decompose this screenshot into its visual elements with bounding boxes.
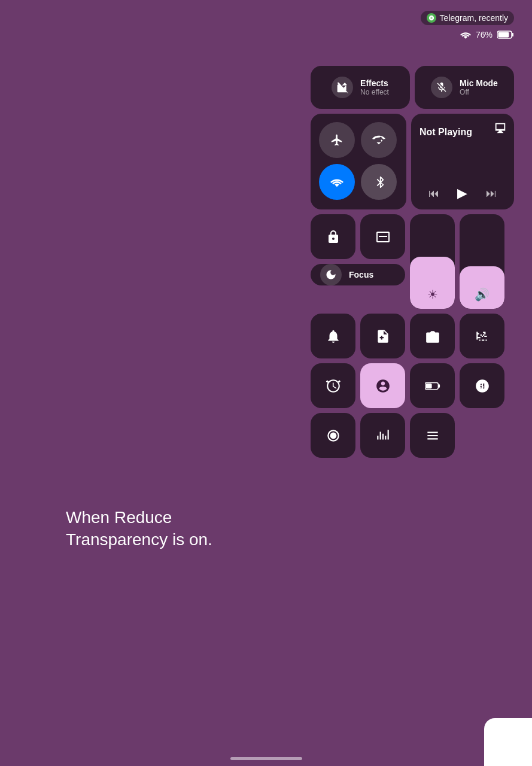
note-add-icon: [375, 329, 391, 344]
mic-mode-subtitle: Off: [460, 88, 498, 96]
rewind-button[interactable]: ⏮: [428, 187, 439, 200]
screen-record-icon: [326, 428, 341, 443]
keynote-icon: [425, 428, 440, 443]
bluetooth-button[interactable]: [361, 164, 397, 200]
low-power-button[interactable]: [410, 363, 455, 408]
camera-button[interactable]: [410, 314, 455, 358]
row-effects-mic: Effects No effect Mic Mode Off: [311, 66, 514, 109]
effects-text: Effects No effect: [360, 78, 389, 96]
telegram-label: Telegram, recently: [440, 13, 508, 23]
shazam-icon: S: [475, 378, 490, 394]
control-center: Effects No effect Mic Mode Off: [311, 66, 514, 458]
battery-icon: [497, 31, 514, 39]
alarm-icon: [326, 378, 341, 394]
screen-record-button[interactable]: [311, 413, 355, 458]
status-icons: 76%: [460, 30, 514, 39]
bell-icon: [326, 329, 341, 344]
play-button[interactable]: ▶: [457, 186, 467, 201]
now-playing-tile[interactable]: Not Playing ⏮ ▶ ⏭: [411, 114, 514, 209]
effects-tile[interactable]: Effects No effect: [311, 66, 410, 109]
screen-mirror-icon: [376, 230, 390, 244]
rotation-lock-button[interactable]: [311, 214, 355, 259]
camera-slash-icon: [336, 81, 348, 93]
row-lock-mirror-sliders: Focus ☀ 🔊: [311, 214, 514, 309]
airplay-icon: [494, 121, 507, 137]
focus-tile[interactable]: Focus: [311, 264, 405, 285]
hotspot-button[interactable]: [361, 122, 397, 158]
fast-forward-button[interactable]: ⏭: [486, 187, 497, 200]
telegram-dot: [427, 13, 436, 23]
row-icons-3: [311, 413, 514, 458]
bottom-text-line1: When Reduce: [66, 507, 212, 528]
wifi-button[interactable]: [319, 164, 355, 200]
volume-icon: 🔊: [475, 287, 490, 302]
bottom-text-line2: Transparency is on.: [66, 529, 212, 551]
shazam-button[interactable]: S: [460, 363, 504, 408]
row-connectivity-nowplaying: Not Playing ⏮ ▶ ⏭: [311, 114, 514, 209]
alarm-button[interactable]: [311, 363, 355, 408]
crescent-moon-icon: [325, 269, 337, 281]
battery-percent: 76%: [476, 30, 493, 39]
wifi-button-icon: [330, 175, 343, 189]
row3-top: [311, 214, 405, 259]
svg-rect-5: [438, 384, 439, 388]
sound-analysis-button[interactable]: [360, 413, 405, 458]
svg-rect-1: [498, 32, 509, 38]
note-button[interactable]: [360, 314, 405, 358]
airplane-icon: [330, 133, 343, 147]
sound-analysis-icon: [375, 428, 391, 443]
svg-rect-4: [425, 383, 431, 388]
svg-point-8: [330, 432, 336, 439]
effects-title: Effects: [360, 78, 389, 88]
connectivity-tile: [311, 114, 406, 209]
row-icons-1: [311, 314, 514, 358]
qr-code-icon: [475, 329, 490, 344]
white-corner: [484, 718, 532, 766]
home-indicator[interactable]: [230, 757, 302, 760]
status-bar: Telegram, recently 76%: [421, 11, 514, 39]
wifi-icon: [460, 31, 471, 39]
camera-icon: [425, 329, 440, 344]
brightness-icon: ☀: [427, 287, 438, 302]
effects-subtitle: No effect: [360, 88, 389, 96]
telegram-indicator: Telegram, recently: [421, 11, 514, 25]
screen-mirror-button[interactable]: [360, 214, 405, 259]
focus-label: Focus: [349, 270, 373, 279]
accessibility-button[interactable]: [360, 363, 405, 408]
row-icons-2: S: [311, 363, 514, 408]
airplane-button[interactable]: [319, 122, 355, 158]
focus-icon-circle: [320, 264, 342, 285]
effects-icon-circle: [332, 77, 353, 98]
notification-mute-button[interactable]: [311, 314, 355, 358]
accessibility-icon: [375, 378, 391, 394]
playback-controls: ⏮ ▶ ⏭: [419, 186, 506, 201]
keynote-button[interactable]: [410, 413, 455, 458]
battery-mode-icon: [425, 382, 440, 390]
volume-slider[interactable]: 🔊: [460, 214, 504, 309]
now-playing-title: Not Playing: [419, 127, 506, 138]
bluetooth-icon: [373, 175, 384, 189]
mic-mode-text: Mic Mode Off: [460, 78, 498, 96]
mic-icon-circle: [431, 77, 452, 98]
mic-mode-title: Mic Mode: [460, 78, 498, 88]
mic-slash-icon: [436, 81, 448, 93]
brightness-slider[interactable]: ☀: [410, 214, 455, 309]
qr-scanner-button[interactable]: [460, 314, 504, 358]
rotation-lock-icon: [326, 230, 341, 244]
hotspot-icon: [372, 133, 385, 147]
bottom-text: When Reduce Transparency is on.: [66, 507, 212, 551]
svg-text:S: S: [479, 382, 484, 390]
mic-mode-tile[interactable]: Mic Mode Off: [415, 66, 514, 109]
svg-rect-2: [512, 33, 514, 37]
